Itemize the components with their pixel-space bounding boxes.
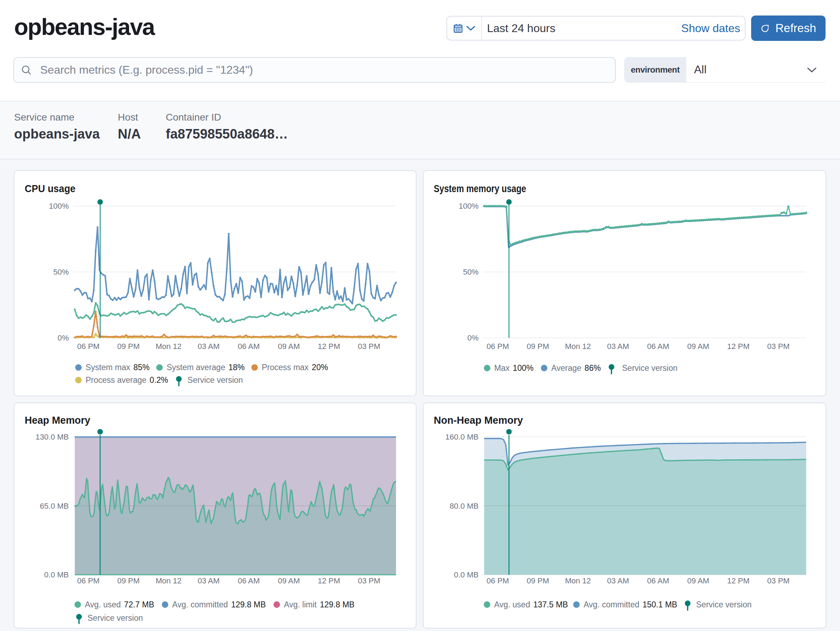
svg-text:12 PM: 12 PM xyxy=(727,576,750,585)
svg-text:0%: 0% xyxy=(57,333,69,342)
svg-text:Max: Max xyxy=(494,363,510,372)
svg-text:20%: 20% xyxy=(312,363,328,372)
svg-text:03 PM: 03 PM xyxy=(767,342,790,351)
svg-text:130.0 MB: 130.0 MB xyxy=(36,432,69,441)
svg-text:50%: 50% xyxy=(463,268,478,276)
svg-text:85%: 85% xyxy=(133,363,150,372)
svg-text:09 AM: 09 AM xyxy=(687,576,709,585)
svg-text:System max: System max xyxy=(86,363,131,372)
svg-text:100%: 100% xyxy=(513,363,534,372)
svg-text:09 PM: 09 PM xyxy=(526,576,549,585)
svg-text:129.8 MB: 129.8 MB xyxy=(231,600,265,609)
svg-text:09 AM: 09 AM xyxy=(278,342,300,351)
svg-text:Service version: Service version xyxy=(696,600,752,609)
svg-text:03 AM: 03 AM xyxy=(198,576,220,585)
svg-text:150.1 MB: 150.1 MB xyxy=(643,600,677,609)
svg-text:86%: 86% xyxy=(585,363,601,372)
svg-text:12 PM: 12 PM xyxy=(318,342,340,351)
svg-text:09 PM: 09 PM xyxy=(526,342,549,351)
svg-text:Mon 12: Mon 12 xyxy=(565,342,591,351)
svg-text:Heap Memory: Heap Memory xyxy=(25,414,90,426)
svg-text:Avg. used: Avg. used xyxy=(494,600,530,609)
svg-text:Service version: Service version xyxy=(87,614,143,623)
svg-text:06 PM: 06 PM xyxy=(77,576,100,585)
svg-text:03 PM: 03 PM xyxy=(767,576,790,585)
svg-text:System memory usage: System memory usage xyxy=(434,183,526,194)
svg-text:Avg. committed: Avg. committed xyxy=(172,600,228,609)
svg-text:06 AM: 06 AM xyxy=(238,576,259,585)
svg-text:Avg. committed: Avg. committed xyxy=(584,600,639,609)
svg-text:129.8 MB: 129.8 MB xyxy=(320,600,354,609)
svg-text:CPU usage: CPU usage xyxy=(25,183,76,194)
svg-text:Service version: Service version xyxy=(188,375,243,385)
svg-text:06 PM: 06 PM xyxy=(487,576,509,585)
svg-text:Average: Average xyxy=(551,363,581,372)
svg-text:06 PM: 06 PM xyxy=(487,342,509,351)
svg-text:100%: 100% xyxy=(459,202,478,210)
svg-text:Service version: Service version xyxy=(622,363,677,372)
svg-text:100%: 100% xyxy=(49,202,69,210)
svg-text:06 AM: 06 AM xyxy=(238,342,259,351)
svg-text:03 AM: 03 AM xyxy=(198,342,220,351)
svg-text:137.5 MB: 137.5 MB xyxy=(533,600,568,609)
svg-text:18%: 18% xyxy=(229,363,245,372)
svg-text:03 PM: 03 PM xyxy=(358,342,381,351)
svg-text:0.0 MB: 0.0 MB xyxy=(44,570,69,579)
svg-text:Avg. used: Avg. used xyxy=(85,600,121,609)
svg-text:0.2%: 0.2% xyxy=(150,375,168,385)
svg-text:09 AM: 09 AM xyxy=(278,576,300,585)
svg-text:06 PM: 06 PM xyxy=(77,342,100,351)
svg-text:Mon 12: Mon 12 xyxy=(565,576,591,585)
svg-text:Mon 12: Mon 12 xyxy=(156,342,181,351)
svg-text:0%: 0% xyxy=(467,333,478,342)
svg-text:72.7 MB: 72.7 MB xyxy=(124,600,155,609)
svg-text:Non-Heap Memory: Non-Heap Memory xyxy=(434,414,523,426)
svg-text:03 AM: 03 AM xyxy=(607,576,629,585)
svg-text:Avg. limit: Avg. limit xyxy=(284,600,317,609)
svg-text:12 PM: 12 PM xyxy=(318,576,340,585)
svg-text:Process max: Process max xyxy=(262,363,309,372)
svg-text:65.0 MB: 65.0 MB xyxy=(40,502,69,510)
svg-text:09 AM: 09 AM xyxy=(687,342,709,351)
svg-text:Mon 12: Mon 12 xyxy=(156,576,181,585)
svg-text:0.0 MB: 0.0 MB xyxy=(454,570,478,579)
svg-text:09 PM: 09 PM xyxy=(117,576,140,585)
svg-text:Process average: Process average xyxy=(86,375,147,385)
svg-text:09 PM: 09 PM xyxy=(117,342,140,351)
svg-text:50%: 50% xyxy=(53,268,69,276)
svg-text:80.0 MB: 80.0 MB xyxy=(450,502,478,510)
svg-text:06 AM: 06 AM xyxy=(647,576,669,585)
svg-text:12 PM: 12 PM xyxy=(727,342,750,351)
svg-text:03 PM: 03 PM xyxy=(358,576,381,585)
svg-text:System average: System average xyxy=(167,363,225,372)
svg-text:160.0 MB: 160.0 MB xyxy=(445,432,478,441)
svg-text:06 AM: 06 AM xyxy=(647,342,669,351)
svg-text:03 AM: 03 AM xyxy=(607,342,629,351)
